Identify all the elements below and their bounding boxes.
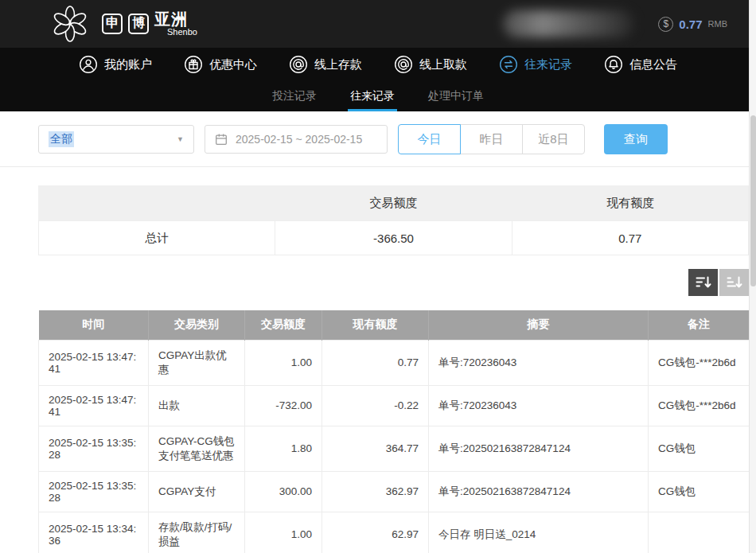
scrollbar-thumb[interactable]	[750, 115, 756, 286]
query-button[interactable]: 查询	[604, 124, 668, 154]
nav-item-my-account[interactable]: 我的账户	[79, 55, 152, 74]
column-header-type: 交易类别	[149, 310, 245, 340]
date-range-picker[interactable]: 2025-02-15 ~ 2025-02-15	[205, 125, 388, 154]
cell-remark: CG钱包	[649, 471, 750, 512]
chevron-down-icon: ▼	[177, 135, 184, 143]
cell-transaction-amount: 300.00	[245, 471, 322, 512]
page: 申 博 亚洲 Shenbo $ 0.77 RMB 我的账户	[0, 0, 756, 553]
nav-item-transaction-records[interactable]: 往来记录	[499, 55, 572, 74]
column-header-remark: 备注	[649, 310, 750, 340]
cell-current-balance: 362.97	[322, 471, 429, 512]
balance-amount: 0.77	[679, 18, 702, 31]
brand-char-1: 申	[102, 14, 123, 34]
last-8-days-button[interactable]: 近8日	[522, 124, 585, 154]
cell-type: CGPAY出款优惠	[149, 340, 245, 385]
brand-char-2: 博	[128, 14, 149, 34]
nav-item-promotions[interactable]: 优惠中心	[184, 55, 257, 74]
cell-summary: 单号:720236043	[429, 340, 649, 385]
balance-display: $ 0.77 RMB	[658, 17, 727, 32]
cell-current-balance: -0.22	[322, 385, 429, 426]
nav-label: 优惠中心	[209, 57, 257, 72]
cell-transaction-amount: 1.00	[245, 340, 322, 385]
tab-transaction-records[interactable]: 往来记录	[348, 81, 397, 111]
summary-table: 交易额度 现有额度 总计 -366.50 0.77	[38, 185, 749, 255]
sort-amount-desc-button[interactable]	[688, 269, 718, 296]
nav-item-online-deposit[interactable]: 线上存款	[289, 55, 362, 74]
table-row: 2025-02-15 13:35:28 CGPAY支付 300.00 362.9…	[39, 471, 750, 512]
today-button[interactable]: 今日	[398, 124, 461, 154]
gift-icon	[184, 55, 203, 74]
cell-time: 2025-02-15 13:34:36	[39, 512, 149, 553]
brand-logo[interactable]: 申 博 亚洲 Shenbo	[102, 11, 197, 37]
cell-transaction-amount: 1.00	[245, 512, 322, 553]
nav-label: 我的账户	[104, 57, 152, 72]
brand-region: 亚洲	[154, 11, 197, 28]
table-row: 2025-02-15 13:47:41 出款 -732.00 -0.22 单号:…	[39, 385, 750, 426]
cell-time: 2025-02-15 13:35:28	[39, 426, 149, 471]
nav-label: 线上存款	[314, 57, 362, 72]
cell-current-balance: 0.77	[322, 340, 429, 385]
top-header-bar: 申 博 亚洲 Shenbo $ 0.77 RMB	[0, 0, 756, 48]
nav-item-online-withdrawal[interactable]: 线上取款	[394, 55, 467, 74]
summary-total-row: 总计 -366.50 0.77	[38, 220, 749, 255]
tab-processing-orders[interactable]: 处理中订单	[426, 81, 486, 111]
date-range-value: 2025-02-15 ~ 2025-02-15	[236, 133, 362, 146]
cell-remark: CG钱包	[649, 426, 750, 471]
dollar-circle-icon: $	[658, 17, 673, 32]
cell-remark	[649, 512, 750, 553]
tab-bet-records[interactable]: 投注记录	[270, 81, 319, 111]
records-table-body: 2025-02-15 13:47:41 CGPAY出款优惠 1.00 0.77 …	[39, 340, 750, 553]
cell-summary: 单号:202502163872847124	[429, 426, 649, 471]
cell-time: 2025-02-15 13:47:41	[39, 340, 149, 385]
cell-remark: CG钱包-***2b6d	[649, 385, 750, 426]
calendar-icon	[214, 132, 228, 146]
table-row: 2025-02-15 13:35:28 CGPAY-CG钱包支付笔笔送优惠 1.…	[39, 426, 750, 471]
tab-label: 往来记录	[350, 89, 395, 103]
sort-amount-asc-button[interactable]	[719, 269, 749, 296]
deposit-icon	[289, 55, 308, 74]
cell-type: CGPAY-CG钱包支付笔笔送优惠	[149, 426, 245, 471]
nav-label: 线上取款	[419, 57, 467, 72]
cell-type: 出款	[149, 385, 245, 426]
records-table: 时间 交易类别 交易额度 现有额度 摘要 备注 2025-02-15 13:47…	[38, 310, 750, 553]
sort-toolbar	[38, 269, 749, 296]
nav-item-announcements[interactable]: 信息公告	[604, 55, 677, 74]
cell-type: CGPAY支付	[149, 471, 245, 512]
vertical-scrollbar[interactable]	[749, 0, 756, 553]
cell-summary: 今日存 明日送_0214	[429, 512, 649, 553]
category-select[interactable]: 全部 ▼	[38, 125, 194, 154]
column-header-time: 时间	[39, 310, 149, 340]
summary-total-balance: 0.77	[512, 221, 748, 255]
cell-time: 2025-02-15 13:35:28	[39, 471, 149, 512]
blurred-username	[503, 10, 634, 37]
cell-time: 2025-02-15 13:47:41	[39, 385, 149, 426]
quick-date-button-group: 今日 昨日 近8日	[398, 124, 585, 154]
table-row: 2025-02-15 13:47:41 CGPAY出款优惠 1.00 0.77 …	[39, 340, 750, 385]
yesterday-button[interactable]: 昨日	[460, 124, 523, 154]
balance-currency: RMB	[708, 19, 727, 29]
cell-transaction-amount: 1.80	[245, 426, 322, 471]
flower-logo-icon[interactable]	[49, 3, 91, 45]
column-header-summary: 摘要	[429, 310, 649, 340]
sort-amount-desc-icon	[696, 275, 711, 290]
cell-current-balance: 364.77	[322, 426, 429, 471]
sub-navigation-tabs: 投注记录 往来记录 处理中订单	[0, 81, 756, 111]
column-header-current-balance: 现有额度	[322, 310, 429, 340]
summary-total-label: 总计	[39, 231, 275, 246]
summary-header-row: 交易额度 现有额度	[38, 185, 749, 220]
cell-remark: CG钱包-***2b6d	[649, 340, 750, 385]
cell-type: 存款/取款/打码/损益	[149, 512, 245, 553]
sort-amount-asc-icon	[727, 275, 742, 290]
announcement-bell-icon	[604, 55, 623, 74]
category-select-value: 全部	[49, 131, 74, 147]
summary-header-current-balance: 现有额度	[512, 196, 749, 211]
tab-label: 处理中订单	[428, 89, 484, 103]
records-header-row: 时间 交易类别 交易额度 现有额度 摘要 备注	[39, 310, 750, 340]
nav-label: 信息公告	[629, 57, 677, 72]
withdraw-icon	[394, 55, 413, 74]
brand-subtitle: Shenbo	[154, 28, 197, 37]
cell-current-balance: 62.97	[322, 512, 429, 553]
cell-transaction-amount: -732.00	[245, 385, 322, 426]
user-icon	[79, 55, 98, 74]
table-row: 2025-02-15 13:34:36 存款/取款/打码/损益 1.00 62.…	[39, 512, 750, 553]
